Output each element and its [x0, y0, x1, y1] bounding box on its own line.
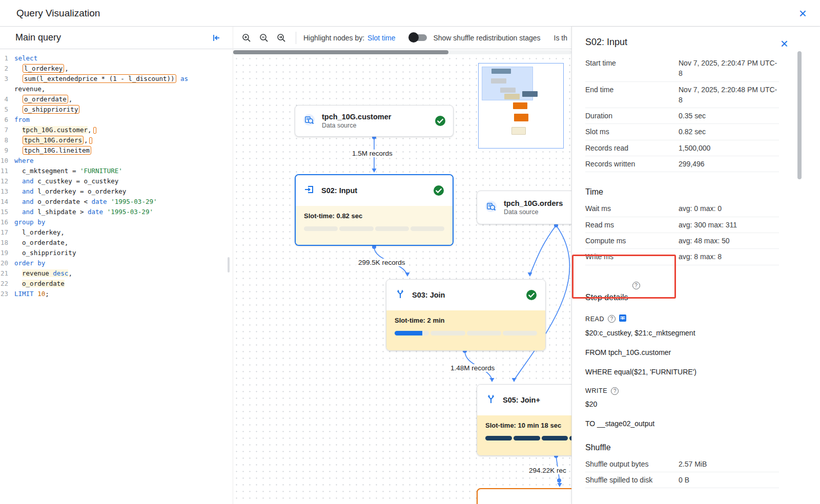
progress-segment — [503, 331, 537, 335]
line-number: 13 — [0, 186, 8, 197]
slot-progress-bar — [304, 226, 444, 231]
zoom-in-icon[interactable] — [241, 33, 252, 43]
sql-token: o_orderdate, — [14, 239, 68, 246]
graph-node-s02-input[interactable]: S02: Input Slot-time: 0.82 sec — [295, 174, 454, 246]
query-panel-scrollbar[interactable] — [228, 257, 230, 272]
sql-token: , — [88, 126, 92, 134]
help-icon[interactable]: ? — [608, 315, 616, 323]
code-text: tpch_10G.customer, — [14, 125, 96, 135]
sql-token: date — [92, 198, 107, 205]
sql-token: as — [180, 75, 188, 82]
line-number: 18 — [0, 238, 8, 248]
data-source-icon — [484, 200, 498, 215]
code-text: o_shippriority — [14, 248, 76, 258]
graph-node-bottom-clipped[interactable] — [477, 488, 571, 504]
sql-token — [14, 208, 22, 216]
stat-label: Compute ms — [585, 236, 679, 246]
graph-canvas[interactable]: tpch_10G.customer Data source S02: Input — [233, 55, 571, 504]
scrollbar-thumb[interactable] — [233, 50, 448, 54]
code-text: from — [14, 115, 30, 125]
sql-token — [14, 269, 22, 277]
highlight-value-link[interactable]: Slot time — [367, 34, 395, 42]
graph-node-s03-join[interactable]: S03: Join Slot-time: 2 min — [386, 279, 546, 351]
sql-token: l_shipdate > — [34, 208, 88, 216]
line-number: 4 — [0, 94, 8, 104]
slot-progress-bar — [395, 331, 537, 335]
page-title: Query Visualization — [16, 8, 799, 19]
top-bar: Query Visualization × — [0, 0, 820, 27]
minimap[interactable] — [478, 63, 564, 149]
close-icon[interactable]: × — [799, 7, 807, 20]
sql-token: sum(l_extendedprice * (1 - l_discount)) — [23, 74, 176, 83]
graph-node-orders[interactable]: tpch_10G.orders Data source — [477, 191, 571, 224]
help-icon[interactable]: ? — [611, 387, 619, 395]
line-number: 12 — [0, 176, 8, 186]
sql-token: tpch_10G.orders — [23, 136, 84, 144]
stat-row: Records written299,496 — [585, 156, 779, 172]
node-text: tpch_10G.orders Data source — [504, 199, 563, 216]
code-text: c_mktsegment = 'FURNITURE' — [14, 166, 122, 176]
code-text: o_shippriority — [14, 104, 80, 115]
minimap-node — [491, 78, 506, 83]
sql-token: desc — [53, 269, 68, 277]
progress-segment — [304, 226, 338, 231]
stat-value: avg: 300 max: 311 — [679, 220, 779, 230]
line-number: 23 — [0, 289, 8, 299]
sql-token — [14, 75, 22, 82]
toggle-knob — [408, 32, 419, 43]
stat-label: Shuffle output bytes — [585, 459, 679, 469]
details-close-icon[interactable]: × — [781, 37, 788, 50]
stat-label: Records written — [585, 159, 679, 169]
stat-row: Shuffle output bytes2.57 MiB — [585, 456, 779, 472]
line-number: 8 — [0, 135, 8, 145]
sql-line: 18 o_orderdate, — [0, 238, 233, 248]
graph-horizontal-scrollbar[interactable] — [233, 49, 571, 55]
details-body: Start timeNov 7, 2025, 2:20:47 PM UTC-8E… — [572, 55, 820, 488]
stat-label: Start time — [585, 58, 679, 79]
zoom-out-icon[interactable] — [259, 33, 269, 43]
collapse-panel-icon[interactable] — [211, 33, 221, 43]
step-details-section: Step details ? READ ? $20:c_custkey, $21… — [585, 265, 779, 428]
graph-node-s05-join[interactable]: S05: Join+ Slot-time: 10 min 18 sec — [477, 384, 571, 456]
stat-row: Wait msavg: 0 max: 0 — [585, 201, 779, 217]
stage-header: S05: Join+ — [477, 385, 571, 415]
progress-segment — [430, 331, 465, 335]
step-title-row: Step details ? — [585, 265, 779, 306]
line-number: 15 — [0, 207, 8, 217]
code-text: tpch_10G.orders, — [14, 135, 92, 145]
edge-label-records: 299.5K records — [356, 259, 407, 266]
read-label: READ — [585, 316, 604, 323]
help-icon[interactable]: ? — [632, 282, 640, 289]
stat-row: Shuffle spilled to disk0 B — [585, 472, 779, 488]
sql-token — [14, 106, 22, 113]
code-text: revenue desc, — [14, 268, 72, 279]
sql-line: 4 o_orderdate, — [0, 94, 233, 104]
stat-row: Slot ms0.82 sec — [585, 124, 779, 140]
zoom-reset-icon[interactable] — [276, 33, 286, 43]
sql-token — [89, 137, 92, 144]
shuffle-stages-toggle[interactable] — [410, 34, 427, 41]
details-scrollbar[interactable] — [797, 51, 802, 179]
sql-token: l_orderkey = o_orderkey — [34, 187, 127, 195]
code-text: o_orderdate, — [14, 94, 72, 104]
code-text: and l_shipdate > date '1995-03-29' — [14, 207, 153, 217]
graph-node-customer[interactable]: tpch_10G.customer Data source — [295, 105, 454, 137]
line-number: 22 — [0, 279, 8, 289]
sql-line: 16group by — [0, 217, 233, 227]
stat-value: Nov 7, 2025, 2:20:48 PM UTC-8 — [679, 85, 779, 106]
line-number: 2 — [0, 64, 8, 74]
stat-value: 0.82 sec — [679, 127, 779, 137]
details-header: S02: Input × — [572, 27, 820, 55]
to-line: TO __stage02_output — [585, 419, 779, 428]
code-text: l_orderkey, — [14, 227, 65, 238]
stage-header: S02: Input — [296, 175, 453, 206]
details-title: S02: Input — [585, 37, 627, 48]
line-number: 6 — [0, 115, 8, 125]
sql-token: o_orderdate — [22, 280, 65, 287]
join-stage-icon — [485, 393, 497, 407]
sql-token — [93, 127, 96, 134]
line-number: 19 — [0, 248, 8, 258]
line-number: 16 — [0, 217, 8, 227]
sql-token — [14, 95, 22, 103]
sql-token: o_shippriority — [23, 105, 79, 114]
